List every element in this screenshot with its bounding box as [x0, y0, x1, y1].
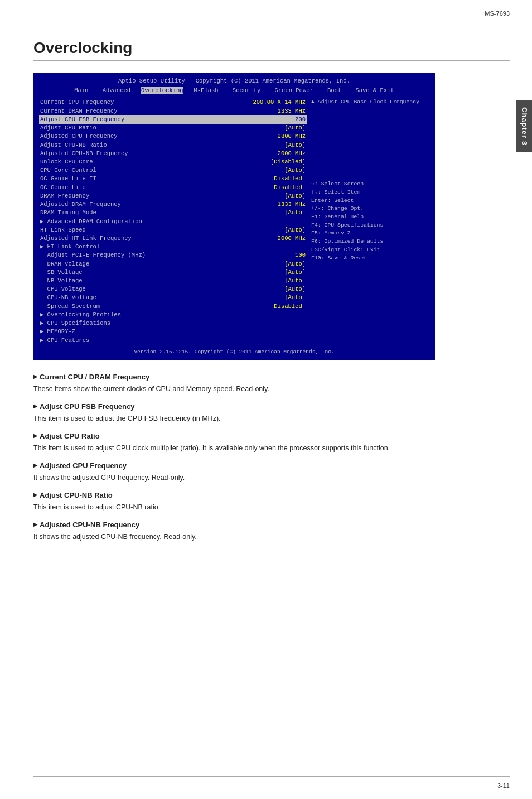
help-select-screen: ↔: Select Screen — [311, 180, 429, 189]
page-number: 3-11 — [497, 782, 510, 789]
bios-row-current-dram[interactable]: Current DRAM Frequency 1333 MHz — [39, 107, 307, 115]
heading-adjusted-cpu: Adjusted CPU Frequency — [33, 461, 510, 470]
bios-row-oc-genie[interactable]: OC Genie Lite [Disabled] — [39, 184, 307, 192]
text-adjust-ratio: This item is used to adjust CPU clock mu… — [33, 442, 510, 454]
text-adjusted-cpu: It shows the adjusted CPU frequency. Rea… — [33, 472, 510, 483]
menu-main[interactable]: Main — [74, 87, 88, 94]
bios-row-spread[interactable]: Spread Spectrum [Disabled] — [39, 302, 307, 311]
heading-current-cpu-dram: Current CPU / DRAM Frequency — [33, 373, 510, 381]
help-change-opt: +/-: Change Opt. — [311, 205, 429, 213]
section-current-cpu-dram: Current CPU / DRAM Frequency These items… — [33, 373, 510, 394]
bios-row-memory-z[interactable]: ▶ MEMORY-Z — [39, 328, 307, 336]
bios-row-pcie-freq[interactable]: Adjust PCI-E Frequency (MHz) 100 — [39, 251, 307, 259]
bios-row-cpu-features[interactable]: ▶ CPU Features — [39, 336, 307, 345]
heading-adjusted-nb-freq: Adjusted CPU-NB Frequency — [33, 521, 510, 529]
bios-row-adjusted-dram[interactable]: Adjusted DRAM Frequency 1333 MHz — [39, 200, 307, 209]
bios-row-ht-speed[interactable]: HT Link Speed [Auto] — [39, 226, 307, 234]
heading-adjust-nb-ratio: Adjust CPU-NB Ratio — [33, 491, 510, 499]
section-adjusted-nb-freq: Adjusted CPU-NB Frequency It shows the a… — [33, 521, 510, 542]
bios-row-nb-voltage[interactable]: NB Voltage [Auto] — [39, 277, 307, 285]
bios-row-oc-profiles[interactable]: ▶ Overclocking Profiles — [39, 311, 307, 319]
bios-row-cpu-voltage[interactable]: CPU Voltage [Auto] — [39, 285, 307, 293]
section-adjust-nb-ratio: Adjust CPU-NB Ratio This item is used to… — [33, 491, 510, 513]
bios-row-cpunb-voltage[interactable]: CPU-NB Voltage [Auto] — [39, 293, 307, 302]
help-f4: F4: CPU Specifications — [311, 222, 429, 230]
help-f6: F6: Optimized Defaults — [311, 238, 429, 246]
section-adjusted-cpu: Adjusted CPU Frequency It shows the adju… — [33, 461, 510, 483]
model-number: MS-7693 — [485, 10, 510, 17]
main-content: Overclocking Aptio Setup Utility - Copyr… — [33, 0, 510, 542]
bios-row-adjusted-cpu-freq[interactable]: Adjusted CPU Frequency 2800 MHz — [39, 132, 307, 141]
bios-help-text: ▲ Adjust CPU Base Clock Frequency ↔: Sel… — [311, 98, 429, 262]
text-adjusted-nb-freq: It shows the adjusted CPU-NB frequency. … — [33, 531, 510, 542]
bios-row-ht-control[interactable]: ▶ HT Link Control — [39, 243, 307, 251]
bios-row-dram-freq[interactable]: DRAM Frequency [Auto] — [39, 192, 307, 200]
menu-mflash[interactable]: M-Flash — [194, 87, 219, 94]
menu-boot[interactable]: Boot — [327, 87, 341, 94]
bios-row-oc-genie-ii[interactable]: OC Genie Lite II [Disabled] — [39, 175, 307, 183]
help-esc: ESC/Right Click: Exit — [311, 246, 429, 254]
bios-screenshot: Aptio Setup Utility - Copyright (C) 2011… — [33, 73, 435, 360]
bios-footer: Version 2.15.1215. Copyright (C) 2011 Am… — [39, 348, 429, 356]
bios-row-sb-voltage[interactable]: SB Voltage [Auto] — [39, 268, 307, 277]
text-adjust-fsb: This item is used to adjust the CPU FSB … — [33, 413, 510, 424]
help-enter-select: Enter: Select — [311, 197, 429, 205]
bios-right-panel: ▲ Adjust CPU Base Clock Frequency ↔: Sel… — [307, 98, 429, 344]
bios-row-dram-timing[interactable]: DRAM Timing Mode [Auto] — [39, 209, 307, 217]
menu-greenpower[interactable]: Green Power — [274, 87, 313, 94]
page-title: Overclocking — [33, 39, 510, 61]
section-adjust-fsb: Adjust CPU FSB Frequency This item is us… — [33, 402, 510, 424]
heading-adjust-fsb: Adjust CPU FSB Frequency — [33, 402, 510, 411]
bios-left-panel: Current CPU Frequency 200.00 X 14 MHz Cu… — [39, 98, 307, 344]
section-adjust-ratio: Adjust CPU Ratio This item is used to ad… — [33, 432, 510, 454]
bios-row-core-control[interactable]: CPU Core Control [Auto] — [39, 166, 307, 175]
bios-row-adjusted-ht[interactable]: Adjusted HT Link Frequency 2000 MHz — [39, 234, 307, 243]
help-f10: F10: Save & Reset — [311, 254, 429, 263]
heading-adjust-ratio: Adjust CPU Ratio — [33, 432, 510, 440]
bios-row-adv-dram[interactable]: ▶ Advanced DRAM Configuration — [39, 218, 307, 226]
text-adjust-nb-ratio: This item is used to adjust CPU-NB ratio… — [33, 502, 510, 513]
bios-title: Aptio Setup Utility - Copyright (C) 2011… — [39, 77, 429, 85]
text-current-cpu-dram: These items show the current clocks of C… — [33, 383, 510, 394]
bios-row-adjust-fsb[interactable]: Adjust CPU FSB Frequency 200 — [39, 115, 307, 124]
chapter-tab: Chapter 3 — [516, 100, 532, 152]
bios-row-dram-voltage[interactable]: DRAM Voltage [Auto] — [39, 260, 307, 268]
bios-body: Current CPU Frequency 200.00 X 14 MHz Cu… — [39, 98, 429, 344]
menu-security[interactable]: Security — [233, 87, 260, 94]
help-f1: F1: General Help — [311, 213, 429, 222]
menu-saveexit[interactable]: Save & Exit — [355, 87, 394, 94]
help-select-item: ↑↓: Select Item — [311, 189, 429, 197]
bios-row-adjust-nb-ratio[interactable]: Adjust CPU-NB Ratio [Auto] — [39, 141, 307, 150]
menu-overclocking[interactable]: Overclocking — [141, 87, 183, 94]
bios-row-current-cpu[interactable]: Current CPU Frequency 200.00 X 14 MHz — [39, 98, 307, 107]
help-line-1: ▲ Adjust CPU Base Clock Frequency — [311, 98, 429, 107]
bios-menu: Main Advanced Overclocking M-Flash Secur… — [39, 86, 429, 95]
bottom-divider — [33, 776, 510, 777]
bios-row-adjusted-nb-freq[interactable]: Adjusted CPU-NB Frequency 2000 MHz — [39, 150, 307, 158]
menu-advanced[interactable]: Advanced — [103, 87, 130, 94]
bios-row-cpu-spec[interactable]: ▶ CPU Specifications — [39, 319, 307, 328]
help-f5: F5: Memory-Z — [311, 229, 429, 238]
bios-row-unlock-core[interactable]: Unlock CPU Core [Disabled] — [39, 158, 307, 166]
bios-row-adjust-ratio[interactable]: Adjust CPU Ratio [Auto] — [39, 124, 307, 132]
